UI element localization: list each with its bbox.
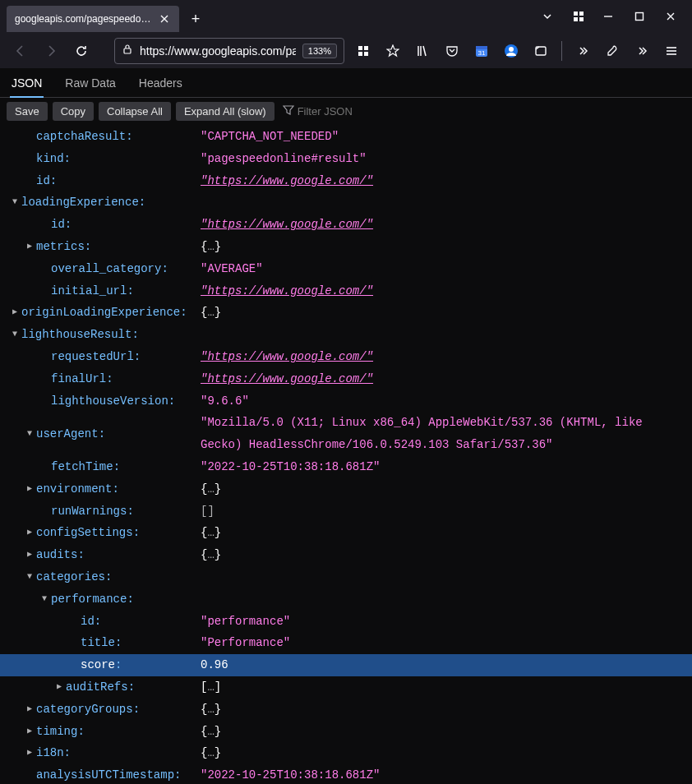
expand-toggle-icon[interactable]: [25, 522, 35, 544]
json-row[interactable]: kind "pagespeedonline#result": [0, 148, 692, 170]
url-bar[interactable]: https://www.googleapis.com/pagespeed 133…: [114, 38, 344, 64]
json-value: "performance": [201, 615, 290, 628]
json-value: "https://www.google.com/": [201, 284, 373, 297]
json-row[interactable]: captchaResult "CAPTCHA_NOT_NEEDED": [0, 126, 692, 148]
json-row[interactable]: auditRefs […]: [0, 676, 692, 699]
expand-toggle-icon[interactable]: [54, 676, 64, 699]
copy-button[interactable]: Copy: [53, 102, 94, 121]
close-tab-icon[interactable]: [158, 12, 171, 25]
json-viewer[interactable]: captchaResult "CAPTCHA_NOT_NEEDED" kind …: [0, 124, 692, 784]
json-value: "pagespeedonline#result": [201, 152, 367, 165]
expand-toggle-icon[interactable]: [10, 191, 20, 214]
tab-controls: [539, 8, 600, 25]
tab-headers[interactable]: Headers: [137, 70, 184, 96]
json-row[interactable]: title "Performance": [0, 632, 692, 654]
back-button[interactable]: [8, 39, 32, 63]
downloads-icon[interactable]: [528, 39, 553, 63]
json-row[interactable]: analysisUTCTimestamp "2022-10-25T10:38:1…: [0, 764, 692, 784]
expand-toggle-icon[interactable]: [10, 324, 20, 346]
overflow-icon[interactable]: [570, 39, 595, 63]
filter-wrap: [283, 104, 380, 118]
expand-toggle-icon[interactable]: [25, 721, 35, 743]
json-row[interactable]: lighthouseResult: [0, 324, 692, 346]
url-text: https://www.googleapis.com/pagespeed: [140, 44, 296, 58]
save-button[interactable]: Save: [7, 102, 48, 121]
json-row[interactable]: overall_category "AVERAGE": [0, 258, 692, 280]
expand-all-button[interactable]: Expand All (slow): [176, 102, 274, 121]
new-tab-button[interactable]: +: [184, 7, 207, 30]
svg-line-13: [423, 46, 426, 56]
json-key: title: [81, 632, 122, 654]
json-row[interactable]: environment {…}: [0, 478, 692, 500]
expand-toggle-icon[interactable]: [25, 423, 35, 445]
json-key: id: [36, 170, 57, 192]
json-row[interactable]: finalUrl "https://www.google.com/": [0, 368, 692, 390]
json-key: id: [51, 214, 72, 236]
expand-toggle-icon[interactable]: [25, 742, 35, 764]
json-value: 0.96: [201, 658, 228, 671]
json-row[interactable]: categoryGroups {…}: [0, 699, 692, 721]
svg-text:31: 31: [478, 48, 486, 56]
json-row[interactable]: i18n {…}: [0, 742, 692, 764]
viewer-tabs: JSON Raw Data Headers: [0, 69, 692, 98]
reader-mode-icon[interactable]: [351, 39, 376, 63]
filter-input[interactable]: [298, 105, 380, 118]
json-key: analysisUTCTimestamp: [36, 764, 181, 784]
pocket-icon[interactable]: [440, 39, 464, 63]
json-row[interactable]: lighthouseVersion "9.6.6": [0, 390, 692, 413]
json-key: performance: [51, 588, 134, 611]
account-icon[interactable]: [499, 39, 524, 63]
json-row[interactable]: audits {…}: [0, 544, 692, 566]
library-icon[interactable]: [410, 39, 435, 63]
more-tools-icon[interactable]: [630, 39, 654, 63]
json-row[interactable]: id "https://www.google.com/": [0, 214, 692, 236]
json-row[interactable]: id "performance": [0, 611, 692, 633]
tab-raw-data[interactable]: Raw Data: [63, 70, 117, 96]
expand-toggle-icon[interactable]: [25, 566, 35, 588]
json-row[interactable]: fetchTime "2022-10-25T10:38:18.681Z": [0, 456, 692, 478]
json-row[interactable]: timing {…}: [0, 721, 692, 743]
expand-toggle-icon[interactable]: [25, 236, 35, 258]
collapse-all-button[interactable]: Collapse All: [99, 102, 171, 121]
addons-icon[interactable]: [570, 8, 587, 25]
bookmark-star-icon[interactable]: [381, 39, 405, 63]
svg-rect-10: [364, 52, 368, 56]
expand-toggle-icon[interactable]: [25, 478, 35, 500]
devtools-icon[interactable]: [600, 39, 625, 63]
json-row[interactable]: metrics {…}: [0, 236, 692, 258]
json-value: "https://www.google.com/": [201, 350, 373, 363]
zoom-level-badge[interactable]: 133%: [302, 44, 337, 58]
forward-button[interactable]: [39, 39, 62, 63]
minimize-button[interactable]: [600, 8, 616, 25]
json-action-bar: Save Copy Collapse All Expand All (slow): [0, 98, 692, 124]
json-row[interactable]: configSettings {…}: [0, 522, 692, 544]
close-window-button[interactable]: [662, 8, 679, 25]
maximize-button[interactable]: [631, 8, 648, 25]
json-row[interactable]: id "https://www.google.com/": [0, 170, 692, 192]
json-value: {…}: [201, 526, 221, 539]
expand-toggle-icon[interactable]: [10, 302, 20, 324]
json-value: {…}: [201, 306, 221, 319]
json-key: initial_url: [51, 280, 134, 302]
browser-tab[interactable]: googleapis.com/pagespeedonline/v: [7, 6, 179, 32]
expand-toggle-icon[interactable]: [25, 699, 35, 721]
svg-point-18: [509, 47, 514, 52]
tab-json[interactable]: JSON: [10, 70, 44, 98]
json-row[interactable]: loadingExperience: [0, 191, 692, 214]
json-row-selected[interactable]: score 0.96: [0, 654, 692, 676]
json-row[interactable]: categories: [0, 566, 692, 588]
expand-toggle-icon[interactable]: [39, 588, 49, 611]
json-value: {…}: [201, 548, 221, 561]
tab-dropdown-icon[interactable]: [539, 8, 556, 25]
json-row[interactable]: requestedUrl "https://www.google.com/": [0, 346, 692, 368]
json-row[interactable]: userAgent "Mozilla/5.0 (X11; Linux x86_6…: [0, 412, 692, 456]
json-row[interactable]: originLoadingExperience {…}: [0, 302, 692, 324]
menu-icon[interactable]: [659, 39, 684, 63]
json-row[interactable]: runWarnings []: [0, 500, 692, 523]
calendar-icon[interactable]: 31: [469, 39, 494, 63]
expand-toggle-icon[interactable]: [25, 544, 35, 566]
reload-button[interactable]: [69, 39, 93, 63]
json-row[interactable]: initial_url "https://www.google.com/": [0, 280, 692, 302]
json-row[interactable]: performance: [0, 588, 692, 611]
json-key: requestedUrl: [51, 346, 141, 368]
